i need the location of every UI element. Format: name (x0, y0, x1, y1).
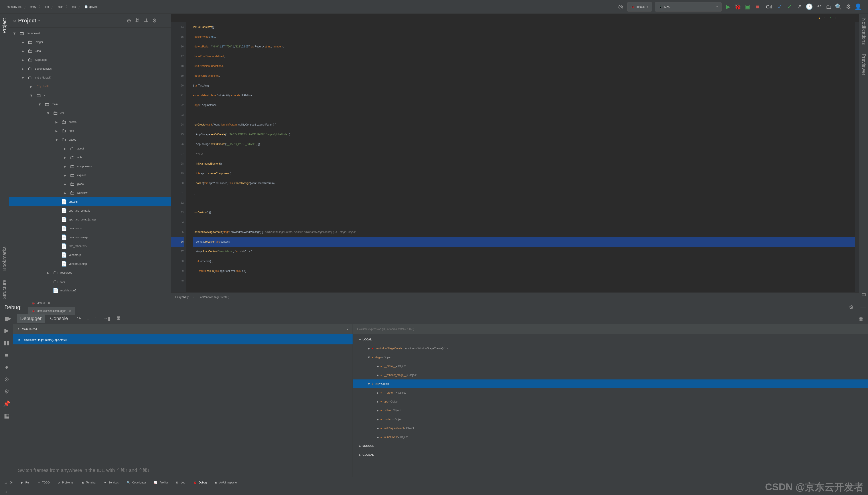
chevron-down-icon[interactable]: ▾ (38, 19, 40, 22)
bottom-tool-debug[interactable]: 🐞Debug (193, 481, 206, 484)
tool-windows-icon[interactable]: ▢ (4, 490, 7, 493)
collapse-all-icon[interactable]: ⇊ (144, 18, 148, 24)
crumb-class[interactable]: EntryAbility (175, 296, 188, 299)
tree-item[interactable]: 🗀taro (9, 277, 171, 286)
tree-item[interactable]: ▸🗀about (9, 144, 171, 153)
bottom-tool-todo[interactable]: ≡TODO (38, 481, 49, 484)
tree-item[interactable]: ▾🗀harmony-et (9, 29, 171, 38)
variable-row[interactable]: ▸● __proto__ = Object (353, 388, 868, 397)
device-combo[interactable]: 📱 MXG ▾ (655, 2, 721, 12)
variable-row[interactable]: ▾● this = Object (353, 379, 868, 388)
variable-row[interactable]: ▸● __window_stage__ = Object (353, 371, 868, 379)
tree-item[interactable]: ▸🗀build (9, 82, 171, 91)
tree-item[interactable]: 📄app_taro_comp.js (9, 206, 171, 215)
warning-icon[interactable]: ▲ (818, 16, 821, 19)
tree-item[interactable]: 📄taro_tabbar.ets (9, 242, 171, 251)
run-icon[interactable]: ▶ (725, 3, 731, 10)
evaluate-icon[interactable]: 🖩 (116, 315, 121, 322)
weak-warning-icon[interactable]: ✓ (829, 16, 831, 19)
pin-icon[interactable]: 📌 (3, 400, 10, 407)
search-icon[interactable]: 🔍 (835, 3, 842, 10)
variable-row[interactable]: ▸● context = Object (353, 415, 868, 424)
project-tab[interactable]: Project (2, 16, 7, 35)
target-icon[interactable]: ◎ (617, 3, 624, 10)
debug-subtab[interactable]: Console (47, 314, 72, 323)
structure-tab[interactable]: Structure (2, 277, 7, 302)
expand-all-icon[interactable]: ⇵ (135, 18, 139, 24)
hide-icon[interactable]: — (161, 18, 166, 24)
bottom-tool-arkui-inspector[interactable]: ▣ArkUI Inspector (215, 481, 238, 484)
tree-item[interactable]: ▸🗀.idea (9, 47, 171, 55)
variable-row[interactable]: ▸● callee = Object (353, 406, 868, 415)
variable-row[interactable]: ▸● app = Object (353, 397, 868, 406)
down-icon[interactable]: ˅ (845, 16, 846, 19)
coverage-icon[interactable]: ▣ (744, 3, 751, 10)
diff-icon[interactable]: 🗀 (825, 3, 832, 10)
step-into-icon[interactable]: ↓ (86, 315, 89, 322)
settings-icon[interactable]: ⚙ (845, 3, 852, 10)
debug-settings-icon[interactable]: ⚙ (849, 304, 854, 310)
tree-item[interactable]: ▸🗀AppScope (9, 55, 171, 64)
tree-item[interactable]: 📄vendors.js (9, 251, 171, 259)
tree-item[interactable]: ▸🗀npm (9, 126, 171, 135)
variable-row[interactable]: ▾LOCAL (353, 335, 868, 344)
tree-item[interactable]: 📄app.ets (9, 198, 171, 206)
variable-row[interactable]: ▸MODULE (353, 442, 868, 450)
device-file-browser-tab[interactable]: 🗀 (861, 291, 866, 297)
tree-item[interactable]: ▾🗀src (9, 91, 171, 100)
bottom-tool-profiler[interactable]: 📈Profiler (154, 481, 168, 484)
mute-breakpoints-icon[interactable]: ⊘ (4, 376, 9, 383)
project-tree[interactable]: ▾🗀harmony-et▸🗀.hvigor▸🗀.idea▸🗀AppScope▸🗀… (9, 28, 171, 302)
tree-item[interactable]: ▸🗀explore (9, 171, 171, 180)
error-stripe[interactable] (855, 22, 859, 292)
debug-subtab[interactable]: Debugger (17, 314, 45, 323)
variables-tree[interactable]: ▾LOCAL▸● onWindowStageCreate = function … (353, 334, 868, 477)
bottom-tool-problems[interactable]: ⊘Problems (58, 481, 73, 484)
run-to-cursor-icon[interactable]: →▮ (102, 315, 111, 322)
git-push-icon[interactable]: ↗ (796, 3, 803, 10)
settings-icon[interactable]: ⚙ (152, 18, 157, 24)
bottom-tool-log[interactable]: 🗎Log (176, 481, 185, 484)
layout-icon[interactable]: ▦ (858, 315, 864, 322)
tree-item[interactable]: ▸🗀global (9, 180, 171, 188)
user-icon[interactable]: 👤 (855, 3, 861, 10)
bookmarks-tab[interactable]: Bookmarks (2, 244, 7, 273)
select-opened-file-icon[interactable]: ⊕ (127, 18, 131, 24)
debug-tab[interactable]: 🐞default× (28, 299, 75, 307)
stop-icon[interactable]: ■ (754, 3, 761, 10)
tree-item[interactable]: 📄module.json5 (9, 286, 171, 295)
evaluate-input[interactable]: Evaluate expression (⌘) or add a watch (… (353, 324, 868, 334)
more-icon[interactable]: ⋮ (850, 16, 852, 19)
tree-item[interactable]: ▸🗀components (9, 162, 171, 171)
tree-item[interactable]: ▾🗀main (9, 100, 171, 109)
tree-item[interactable]: 📄common.js.map (9, 233, 171, 242)
settings-icon[interactable]: ⚙ (4, 388, 9, 395)
rerun-icon[interactable]: ▶ (4, 327, 9, 334)
tree-item[interactable]: 📄common.js (9, 224, 171, 233)
tree-item[interactable]: 📄app_taro_comp.js.map (9, 215, 171, 224)
tree-item[interactable]: 📄vendors.js.map (9, 259, 171, 268)
line-gutter[interactable]: 1415161718192021222324252627282930313233… (171, 22, 186, 292)
more-icon[interactable]: ▦ (4, 412, 10, 420)
previewer-tab[interactable]: Previewer (861, 51, 867, 78)
stop-icon[interactable]: ■ (5, 352, 9, 358)
variable-row[interactable]: ▸● onWindowStageCreate = function onWind… (353, 344, 868, 353)
view-breakpoints-icon[interactable]: ● (5, 364, 9, 371)
bottom-tool-code-linter[interactable]: 🔍Code Linter (127, 481, 146, 484)
tree-item[interactable]: ▸🗀webview (9, 188, 171, 198)
tree-item[interactable]: ▾🗀ets (9, 109, 171, 118)
bottom-tool-run[interactable]: ▶Run (21, 481, 30, 484)
step-out-icon[interactable]: ↑ (95, 315, 97, 322)
bottom-tool-terminal[interactable]: ▣Terminal (81, 481, 96, 484)
bottom-tool-services[interactable]: ✦Services (104, 481, 119, 484)
variable-row[interactable]: ▸● launchWant = Object (353, 433, 868, 442)
step-over-icon[interactable]: ↷ (77, 315, 81, 322)
tree-item[interactable]: ▸🗀apis (9, 153, 171, 162)
variable-row[interactable]: ▸● lastRequestWant = Object (353, 424, 868, 433)
history-icon[interactable]: 🕓 (806, 3, 813, 10)
variable-row[interactable]: ▸● __proto__ = Object (353, 362, 868, 371)
tree-item[interactable]: ▾🗀entry [default] (9, 73, 171, 82)
pause-icon[interactable]: ▮▮ (3, 339, 10, 346)
git-commit-icon[interactable]: ✓ (786, 3, 793, 10)
debug-icon[interactable]: 🐞 (734, 3, 741, 10)
